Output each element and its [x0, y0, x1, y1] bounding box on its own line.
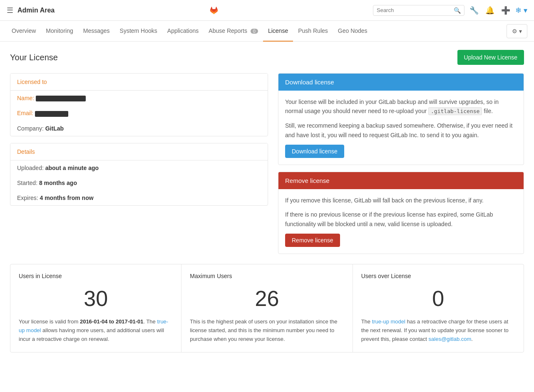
started-label: Started: [17, 180, 37, 186]
hamburger-icon[interactable]: ☰ [7, 6, 13, 15]
users-in-license-desc: Your license is valid from 2016-01-04 to… [19, 318, 173, 343]
remove-section-header: Remove license [278, 172, 524, 189]
chevron-down-icon: ▾ [519, 28, 522, 35]
sales-email-link[interactable]: sales@gitlab.com [429, 336, 472, 342]
users-in-license-number: 30 [19, 286, 173, 311]
nav-item-license[interactable]: License [263, 21, 293, 42]
remove-license-button[interactable]: Remove license [285, 234, 340, 247]
gear-icon: ⚙ [512, 28, 517, 35]
name-row: Name: [10, 91, 268, 106]
email-row: Email: [10, 106, 268, 121]
remove-section: Remove license If you remove this licens… [278, 172, 524, 254]
snowflake-icon[interactable]: ❄ ▾ [515, 6, 527, 15]
uploaded-row: Uploaded: about a minute ago [10, 160, 268, 175]
left-panel: Licensed to Name: Email: Company: GitLab… [10, 73, 268, 254]
search-input[interactable] [377, 7, 454, 13]
details-card: Details Uploaded: about a minute ago Sta… [10, 143, 268, 206]
header: ☰ Admin Area 🔍 🔧 🔔 ➕ ❄ ▾ [0, 0, 534, 21]
email-label: Email: [17, 110, 33, 116]
wrench-icon[interactable]: 🔧 [468, 4, 480, 17]
licensed-to-header: Licensed to [10, 74, 268, 91]
maximum-users-card: Maximum Users 26 This is the highest pea… [181, 264, 353, 352]
stats-row: Users in License 30 Your license is vali… [10, 264, 524, 352]
download-section: Download license Your license will be in… [278, 73, 524, 165]
page-header: Your License Upload New License [10, 50, 524, 65]
true-up-model-link-2[interactable]: true-up model [372, 318, 405, 325]
uploaded-label: Uploaded: [17, 165, 44, 171]
company-value: GitLab [45, 125, 64, 132]
nav-gear-button[interactable]: ⚙ ▾ [507, 24, 527, 38]
gitlab-logo [206, 3, 221, 18]
page-title: Your License [10, 53, 58, 62]
download-para1: Your license will be included in your Gi… [285, 97, 517, 116]
users-in-license-title: Users in License [19, 273, 173, 279]
name-value [36, 96, 86, 101]
users-over-license-number: 0 [361, 286, 515, 311]
users-over-license-desc: The true-up model has a retroactive char… [361, 318, 515, 343]
company-row: Company: GitLab [10, 121, 268, 136]
uploaded-value: about a minute ago [45, 165, 99, 171]
nav-item-geo-nodes[interactable]: Geo Nodes [333, 21, 373, 42]
download-license-button[interactable]: Download license [285, 145, 344, 158]
users-over-license-card: Users over License 0 The true-up model h… [353, 264, 524, 352]
abuse-reports-badge: 0 [251, 29, 258, 34]
admin-area-title: Admin Area [17, 7, 55, 14]
upload-new-license-button[interactable]: Upload New License [457, 50, 524, 65]
navigation: Overview Monitoring Messages System Hook… [0, 21, 534, 42]
remove-para1: If you remove this license, GitLab will … [285, 196, 517, 205]
plus-icon[interactable]: ➕ [499, 4, 512, 17]
nav-item-overview[interactable]: Overview [7, 21, 41, 42]
users-in-license-card: Users in License 30 Your license is vali… [10, 264, 181, 352]
expires-row: Expires: 4 months from now [10, 190, 268, 205]
search-box[interactable]: 🔍 [373, 5, 464, 16]
nav-item-monitoring[interactable]: Monitoring [41, 21, 78, 42]
download-section-body: Your license will be included in your Gi… [278, 91, 524, 165]
nav-item-system-hooks[interactable]: System Hooks [115, 21, 162, 42]
right-panel: Download license Your license will be in… [278, 73, 524, 254]
email-value [35, 111, 68, 117]
name-label: Name: [17, 95, 34, 101]
nav-settings[interactable]: ⚙ ▾ [507, 24, 527, 38]
nav-item-applications[interactable]: Applications [162, 21, 204, 42]
nav-item-push-rules[interactable]: Push Rules [293, 21, 333, 42]
remove-section-body: If you remove this license, GitLab will … [278, 189, 524, 254]
download-para2: Still, we recommend keeping a backup sav… [285, 121, 517, 140]
page-content: Your License Upload New License Licensed… [0, 42, 534, 361]
details-header: Details [10, 143, 268, 160]
bell-icon[interactable]: 🔔 [484, 4, 496, 17]
header-right: 🔍 🔧 🔔 ➕ ❄ ▾ [373, 4, 527, 17]
header-center [55, 3, 373, 18]
header-left: ☰ Admin Area [7, 6, 55, 15]
started-value: 8 months ago [39, 180, 77, 186]
main-layout: Licensed to Name: Email: Company: GitLab… [10, 73, 524, 254]
maximum-users-number: 26 [190, 286, 344, 311]
started-row: Started: 8 months ago [10, 175, 268, 190]
maximum-users-title: Maximum Users [190, 273, 344, 279]
nav-item-abuse-reports[interactable]: Abuse Reports 0 [204, 21, 263, 42]
nav-item-messages[interactable]: Messages [78, 21, 115, 42]
expires-label: Expires: [17, 195, 38, 201]
maximum-users-desc: This is the highest peak of users on you… [190, 318, 344, 343]
licensed-to-card: Licensed to Name: Email: Company: GitLab [10, 73, 268, 136]
expires-value: 4 months from now [40, 195, 93, 201]
users-over-license-title: Users over License [361, 273, 515, 279]
download-section-header: Download license [278, 74, 524, 91]
license-filename: .gitlab-license [428, 107, 482, 115]
search-icon[interactable]: 🔍 [454, 7, 461, 14]
company-label: Company: [17, 125, 44, 132]
remove-para2: If there is no previous license or if th… [285, 210, 517, 229]
